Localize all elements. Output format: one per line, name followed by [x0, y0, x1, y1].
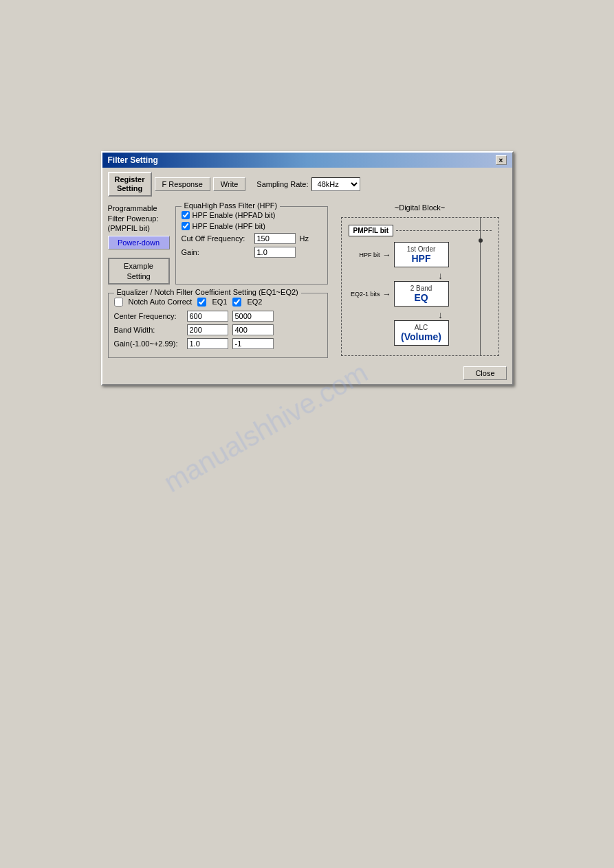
sampling-rate-select[interactable]: 48kHz 44.1kHz 32kHz	[311, 177, 360, 191]
eq1-label: EQ1	[212, 298, 227, 306]
hpfad-label: HPF Enable (HPFAD bit)	[193, 211, 276, 219]
band-width-input1[interactable]	[187, 324, 228, 335]
center-freq-input2[interactable]	[232, 311, 274, 322]
cutoff-row: Cut Off Frequency: Hz	[182, 233, 322, 244]
power-label: Programmable Filter Powerup: (PMPFIL bit…	[108, 203, 170, 233]
hpf-gain-label: Gain:	[182, 248, 250, 256]
center-freq-input1[interactable]	[187, 311, 228, 322]
sampling-rate-label: Sampling Rate:	[256, 180, 308, 188]
hpf-label: HPF Enable (HPF bit)	[193, 222, 265, 230]
power-down-button[interactable]: Power-down	[108, 236, 170, 249]
hz-label: Hz	[300, 234, 309, 243]
hpf-checkbox[interactable]	[182, 222, 190, 230]
band-width-row: Band Width:	[114, 324, 322, 335]
digital-block-title: ~Digital Block~	[395, 203, 445, 212]
hpf-bit-label: HPF bit	[349, 252, 380, 258]
top-row: Programmable Filter Powerup: (PMPFIL bit…	[108, 203, 328, 284]
filter-setting-dialog: Filter Setting × RegisterSetting F Respo…	[101, 151, 514, 386]
eq2-checkbox[interactable]	[232, 298, 241, 307]
right-panel: ~Digital Block~ PMPFIL bit HPF bit → 1st…	[333, 203, 507, 357]
f-response-button[interactable]: F Response	[155, 177, 210, 191]
eq-signal-block: 2 Band EQ	[394, 281, 449, 307]
band-width-label: Band Width:	[114, 326, 183, 334]
pmpfil-box: PMPFIL bit	[349, 225, 393, 236]
eq-checkboxes-row: Notch Auto Correct EQ1 EQ2	[114, 298, 322, 307]
notch-auto-correct-label: Notch Auto Correct	[129, 298, 193, 306]
digital-block-diagram: PMPFIL bit HPF bit → 1st Order HPF ↓ EQ	[341, 217, 499, 356]
title-bar-buttons: ×	[496, 155, 507, 165]
band-width-input2[interactable]	[232, 324, 274, 335]
register-setting-tab[interactable]: RegisterSetting	[108, 172, 152, 197]
down-arrow-1: ↓	[390, 270, 492, 281]
cutoff-input[interactable]	[254, 233, 296, 244]
hpf-group-title: EquaHigh Pass Filter (HPF)	[182, 201, 281, 210]
close-icon[interactable]: ×	[496, 155, 507, 165]
center-freq-row: Center Frequency:	[114, 311, 322, 322]
hpfad-checkbox-row: HPF Enable (HPFAD bit)	[182, 211, 322, 219]
down-arrow-2: ↓	[390, 309, 492, 320]
dialog-title: Filter Setting	[108, 155, 158, 165]
alc-block: ALC (Volume)	[394, 320, 449, 346]
notch-gain-input2[interactable]	[232, 338, 274, 349]
power-section: Programmable Filter Powerup: (PMPFIL bit…	[108, 203, 170, 284]
center-freq-label: Center Frequency:	[114, 312, 183, 320]
cutoff-label: Cut Off Frequency:	[182, 234, 250, 243]
example-setting-button[interactable]: ExampleSetting	[108, 258, 170, 285]
close-button[interactable]: Close	[463, 366, 506, 380]
footer: Close	[102, 364, 512, 384]
notch-gain-input1[interactable]	[187, 338, 228, 349]
hpfad-checkbox[interactable]	[182, 211, 190, 219]
eq1-checkbox[interactable]	[197, 298, 206, 307]
left-panel: Programmable Filter Powerup: (PMPFIL bit…	[108, 203, 328, 357]
hpf-group: EquaHigh Pass Filter (HPF) HPF Enable (H…	[175, 206, 328, 284]
eq2-label: EQ2	[247, 298, 262, 306]
notch-gain-label: Gain(-1.00~+2.99):	[114, 340, 183, 348]
hpf-gain-input[interactable]	[254, 247, 296, 258]
hpf-checkbox-row: HPF Enable (HPF bit)	[182, 222, 322, 230]
hpf-gain-row: Gain:	[182, 247, 322, 258]
notch-group: Equalizer / Notch Filter Coefficient Set…	[108, 293, 328, 358]
toolbar: RegisterSetting F Response Write Samplin…	[102, 168, 512, 201]
title-bar: Filter Setting ×	[102, 153, 512, 168]
content-area: Programmable Filter Powerup: (PMPFIL bit…	[102, 201, 512, 363]
notch-group-title: Equalizer / Notch Filter Coefficient Set…	[114, 288, 301, 296]
notch-gain-row: Gain(-1.00~+2.99):	[114, 338, 322, 349]
write-button[interactable]: Write	[213, 177, 245, 191]
hpf-signal-block: 1st Order HPF	[394, 242, 449, 267]
notch-auto-correct-checkbox[interactable]	[114, 298, 123, 307]
eq2-bits-label: EQ2-1 bits	[349, 291, 380, 298]
